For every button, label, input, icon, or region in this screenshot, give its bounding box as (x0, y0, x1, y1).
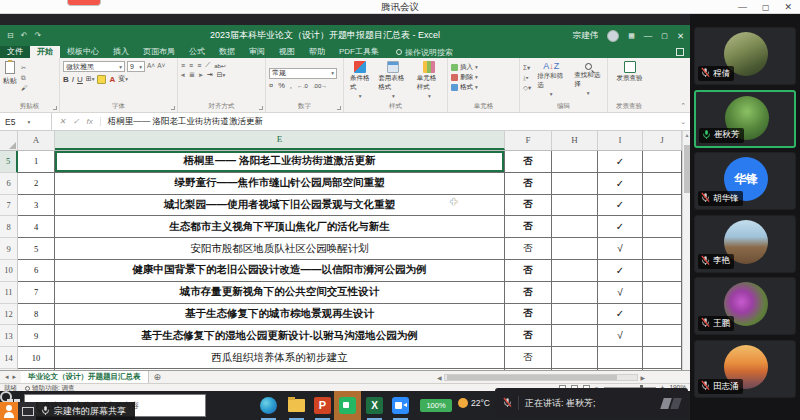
format-painter-icon[interactable]: 🖌︎ (21, 83, 28, 92)
vertical-scrollbar[interactable]: ▲ (682, 131, 690, 370)
battery-indicator[interactable]: 100% (420, 399, 452, 412)
italic-button[interactable]: I (72, 75, 74, 84)
cell-checkmark[interactable]: √ (598, 238, 643, 260)
cell-empty[interactable] (552, 325, 598, 347)
confirm-entry-icon[interactable]: ✓ (73, 117, 80, 126)
decrease-decimal-icon[interactable]: .00→ (313, 83, 327, 89)
cell-empty[interactable] (552, 151, 598, 173)
tab-文件[interactable]: 文件 (0, 46, 30, 58)
tab-公式[interactable]: 公式 (182, 46, 212, 58)
insert-cells-button[interactable]: 插入▾ (451, 62, 517, 72)
bold-button[interactable]: B (63, 75, 69, 84)
tab-PDF工具集[interactable]: PDF工具集 (332, 46, 386, 58)
grow-font-icon[interactable]: A˄ (147, 61, 155, 72)
cell-checkmark[interactable]: ✓ (598, 216, 643, 238)
excel-restore-icon[interactable]: ▢ (661, 32, 668, 40)
align-right-icon[interactable]: ⫸ (199, 71, 203, 79)
cell-flag[interactable]: 否 (505, 304, 552, 326)
expand-formula-bar-icon[interactable]: ⌄ (680, 118, 686, 126)
toast-muted-mic-icon[interactable] (503, 394, 512, 412)
row-header-14[interactable]: 14 (0, 347, 18, 369)
cell-index[interactable]: 1 (18, 151, 55, 173)
row-header-10[interactable]: 10 (0, 260, 18, 282)
row-header-8[interactable]: 8 (0, 216, 18, 238)
number-dialog-launcher[interactable] (337, 106, 341, 110)
cell-empty[interactable] (643, 238, 682, 260)
find-select-button[interactable]: 查找和选择▾ (571, 61, 605, 102)
vertical-scroll-thumb[interactable] (684, 145, 690, 193)
conditional-formatting-button[interactable]: 条件格式▾ (347, 61, 373, 102)
cell-empty[interactable] (552, 195, 598, 217)
cell-index[interactable]: 8 (18, 304, 55, 326)
name-box[interactable]: E5▾ (0, 113, 52, 130)
cell-topic-title[interactable]: 生态都市主义视角下平顶山焦化厂的活化与新生 (55, 216, 505, 238)
edge-icon[interactable] (260, 397, 277, 414)
cell-empty[interactable] (643, 151, 682, 173)
shrink-font-icon[interactable]: A˅ (157, 61, 165, 72)
cell-empty[interactable] (552, 260, 598, 282)
select-all-corner[interactable] (0, 131, 18, 150)
column-header-H[interactable]: H (552, 131, 598, 150)
align-left-icon[interactable]: ⫷ (181, 71, 185, 79)
cell-topic-title[interactable]: 绿野童行——焦作市缝山针公园局部空间重塑 (55, 173, 505, 195)
cell-topic-title[interactable]: 基于生态修复下的湿地公园更新设计-以驸马沟湿地公园为例 (55, 325, 505, 347)
delete-cells-button[interactable]: 删除▾ (451, 72, 517, 82)
cell-styles-button[interactable]: 单元格样式▾ (414, 61, 445, 102)
autosum-icon[interactable]: Σ▾ (523, 63, 531, 72)
minimize-icon[interactable]: — (738, 2, 747, 12)
cut-icon[interactable]: ✂ (21, 63, 28, 72)
video-meeting-icon[interactable] (392, 397, 409, 414)
row-header-6[interactable]: 6 (0, 173, 18, 195)
wrap-text-icon[interactable]: ab↩ (214, 62, 226, 69)
participant-tile-程倩[interactable]: 程倩 (694, 27, 796, 85)
accounting-format-icon[interactable]: ¤ (269, 81, 273, 90)
fill-color-icon[interactable] (97, 75, 106, 84)
screen-share-icon[interactable] (18, 402, 36, 420)
tab-页面布局[interactable]: 页面布局 (136, 46, 182, 58)
cell-flag[interactable]: 否 (505, 195, 552, 217)
cell-empty[interactable] (552, 216, 598, 238)
participant-tile-田志涌[interactable]: 田志涌 (694, 340, 796, 398)
cell-flag[interactable]: 否 (505, 216, 552, 238)
cell-checkmark[interactable]: √ (598, 282, 643, 304)
ribbon-display-options-icon[interactable]: ▦ (628, 32, 635, 40)
orientation-icon[interactable]: ⟋ (205, 61, 210, 69)
cell-checkmark[interactable]: √ (598, 325, 643, 347)
excel-close-icon[interactable]: ✕ (677, 31, 684, 41)
insert-function-icon[interactable]: fx (86, 117, 92, 126)
tab-插入[interactable]: 插入 (106, 46, 136, 58)
excel-taskbar-icon[interactable]: X (366, 397, 383, 414)
column-header-I[interactable]: I (598, 131, 643, 150)
cell-index[interactable]: 5 (18, 238, 55, 260)
clear-icon[interactable]: ◇▾ (523, 83, 531, 92)
phonetic-icon[interactable]: 変▾ (118, 74, 128, 84)
cell-flag[interactable]: 否 (505, 347, 552, 369)
restore-icon[interactable]: ▢ (762, 3, 770, 12)
row-header-5[interactable]: 5 (0, 151, 18, 173)
cell-index[interactable]: 6 (18, 260, 55, 282)
column-header-E[interactable]: E (55, 131, 505, 150)
invoice-check-button[interactable]: 发票查验 (611, 61, 648, 83)
cell-empty[interactable] (643, 173, 682, 195)
cell-flag[interactable]: 否 (505, 325, 552, 347)
cell-empty[interactable] (643, 304, 682, 326)
tab-视图[interactable]: 视图 (272, 46, 302, 58)
row-header-7[interactable]: 7 (0, 195, 18, 217)
cell-topic-title[interactable]: 健康中国背景下的老旧公园设计改造——以信阳市浉河公园为例 (55, 260, 505, 282)
alignment-dialog-launcher[interactable] (259, 106, 263, 110)
merge-center-icon[interactable]: ⊟▾ (217, 71, 226, 79)
font-color-icon[interactable]: A (109, 75, 115, 84)
row-header-13[interactable]: 13 (0, 325, 18, 347)
align-top-icon[interactable]: ≡ (181, 62, 185, 69)
participant-tile-王鹏[interactable]: 王鹏 (694, 277, 796, 335)
cell-empty[interactable] (552, 238, 598, 260)
sheet-prev-icon[interactable]: ◂ (5, 373, 9, 381)
participant-tile-李艳[interactable]: 李艳 (694, 215, 796, 273)
cell-topic-title[interactable]: 城北梨园——使用者视域下旧公园景观与文化重塑 (55, 195, 505, 217)
sort-filter-button[interactable]: A↓Z 排序和筛选▾ (534, 61, 568, 102)
new-sheet-icon[interactable]: ⊕ (154, 371, 162, 383)
percent-style-icon[interactable]: % (278, 81, 285, 90)
number-format-select[interactable]: 常规▾ (269, 68, 337, 79)
format-as-table-button[interactable]: 套用表格格式▾ (375, 61, 411, 102)
cell-index[interactable]: 9 (18, 325, 55, 347)
